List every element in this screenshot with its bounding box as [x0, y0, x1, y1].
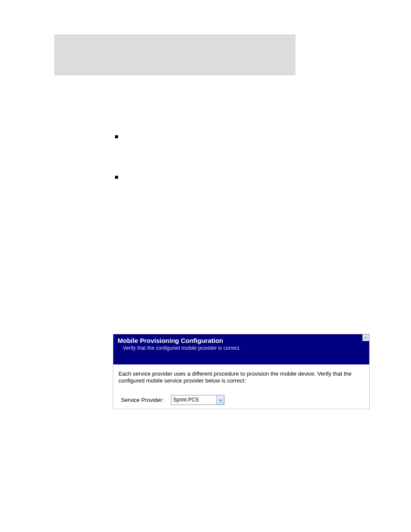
service-provider-label: Service Provider: — [121, 397, 171, 404]
dialog-title: Mobile Provisioning Configuration — [118, 337, 365, 344]
scroll-up-button[interactable] — [362, 334, 369, 341]
dialog-header: Mobile Provisioning Configuration Verify… — [113, 334, 369, 364]
service-provider-row: Service Provider: Sprint PCS — [118, 395, 364, 405]
gray-block — [54, 34, 296, 75]
page-canvas: Mobile Provisioning Configuration Verify… — [0, 0, 411, 532]
bullet-icon — [113, 174, 119, 180]
dropdown-button[interactable] — [216, 395, 224, 404]
chevron-up-icon — [364, 336, 367, 339]
provisioning-dialog: Mobile Provisioning Configuration Verify… — [113, 334, 370, 409]
dialog-subtitle: Verify that the configured mobile provid… — [118, 344, 365, 351]
service-provider-dropdown[interactable]: Sprint PCS — [171, 395, 224, 405]
bullet-icon — [113, 134, 119, 140]
service-provider-value: Sprint PCS — [171, 397, 216, 403]
dialog-body: Each service provider uses a different p… — [113, 364, 369, 405]
chevron-down-icon — [219, 398, 222, 402]
dialog-body-text: Each service provider uses a different p… — [118, 370, 364, 384]
